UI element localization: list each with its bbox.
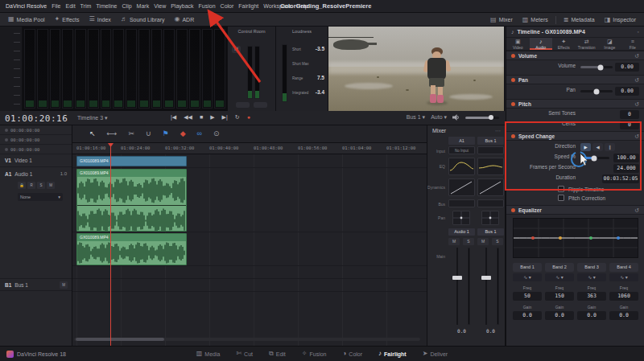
- section-enabled-dot[interactable]: [511, 78, 515, 82]
- section-enabled-dot[interactable]: [511, 102, 515, 106]
- timeline-horizontal-scrollbar[interactable]: [74, 338, 420, 341]
- band-4-button[interactable]: Band 4: [609, 263, 638, 272]
- page-edit[interactable]: ⧉Edit: [269, 351, 286, 357]
- page-color[interactable]: ◑Color: [343, 351, 363, 357]
- cents-value[interactable]: 0: [620, 121, 639, 129]
- section-pitch[interactable]: Pitch ↺: [506, 99, 644, 109]
- input-slot-a1[interactable]: No Input: [448, 146, 475, 154]
- band-2-gain-value[interactable]: 0.0: [545, 311, 574, 320]
- speed-slider[interactable]: [580, 157, 609, 159]
- ripple-timeline-checkbox[interactable]: [558, 186, 564, 192]
- reset-icon[interactable]: ↺: [634, 101, 639, 107]
- menu-mark[interactable]: Mark: [134, 0, 152, 13]
- dynamics-slot-bus1[interactable]: [477, 178, 504, 196]
- menu-view[interactable]: View: [151, 0, 168, 13]
- page-cut[interactable]: ✄Cut: [236, 351, 253, 357]
- band-2-freq-value[interactable]: 150: [545, 292, 574, 301]
- tab-transition[interactable]: ⇄Transition: [576, 38, 599, 50]
- stop-button[interactable]: ■: [198, 114, 204, 121]
- tab-file[interactable]: ≡File: [621, 38, 644, 50]
- adr-button[interactable]: ◉ ADR: [169, 13, 199, 26]
- tab-video[interactable]: ▣Video: [506, 38, 530, 50]
- tab-effects[interactable]: ✦Effects: [552, 38, 576, 50]
- direction-reverse-button[interactable]: ◀: [592, 143, 603, 151]
- bus-sends-slot-bus1[interactable]: [477, 199, 504, 207]
- razor-tool-icon[interactable]: ✂: [126, 129, 137, 137]
- section-enabled-dot[interactable]: [511, 208, 515, 212]
- page-deliver[interactable]: ➤Deliver: [423, 351, 448, 357]
- control-room-mute-button[interactable]: [254, 102, 267, 108]
- media-pool-button[interactable]: ▦ Media Pool: [3, 13, 50, 26]
- band-3-shape-dropdown[interactable]: ∿ ▾: [577, 273, 606, 281]
- pitch-correction-checkbox[interactable]: [558, 195, 564, 201]
- mixer-strip-bus1-header[interactable]: Bus 1: [477, 137, 504, 145]
- direction-forward-button[interactable]: ▶: [580, 143, 591, 151]
- sound-library-button[interactable]: ♬ Sound Library: [116, 13, 170, 26]
- video-clip[interactable]: GX010089.MP4: [76, 156, 187, 166]
- effects-button[interactable]: ✦ Effects: [50, 13, 85, 26]
- mixer-strip-a1-header[interactable]: A1: [448, 137, 475, 145]
- track-arm-button[interactable]: R: [27, 182, 35, 189]
- bus-sends-slot-a1[interactable]: [448, 199, 475, 207]
- metadata-button[interactable]: ≣ Metadata: [559, 13, 600, 27]
- selection-tool-icon[interactable]: ↖: [87, 129, 98, 137]
- menu-color[interactable]: Color: [218, 0, 237, 13]
- reset-icon[interactable]: ↺: [634, 133, 639, 139]
- fps-value[interactable]: 24.000: [613, 164, 639, 173]
- menu-fairlight[interactable]: Fairlight: [236, 0, 261, 13]
- fast-forward-button[interactable]: ▶|: [221, 114, 229, 121]
- flag-icon[interactable]: ⚑: [160, 129, 171, 137]
- band-4-freq-value[interactable]: 1060: [609, 292, 638, 301]
- bus-mute-button[interactable]: M: [60, 281, 68, 289]
- duration-value[interactable]: 00:03:52:05: [602, 174, 639, 183]
- volume-value[interactable]: 0.00: [615, 63, 639, 72]
- mixer-options-icon[interactable]: ⋯: [495, 128, 501, 134]
- section-enabled-dot[interactable]: [511, 54, 515, 58]
- track-solo-button[interactable]: S: [37, 182, 45, 189]
- marker-icon[interactable]: ◆: [178, 129, 188, 137]
- automation-selector[interactable]: Auto ▾: [431, 114, 447, 121]
- menu-file[interactable]: File: [49, 0, 63, 13]
- go-to-start-button[interactable]: |◀: [169, 114, 178, 121]
- mute-button-bus1[interactable]: M: [477, 238, 489, 245]
- timeline-ruler[interactable]: 01:00:16:00 01:00:24:00 01:00:32:00 01:0…: [72, 143, 427, 154]
- tab-image[interactable]: ◪Image: [598, 38, 621, 50]
- eq-slot-bus1[interactable]: [477, 158, 504, 175]
- pan-control-a1[interactable]: [452, 211, 470, 225]
- solo-button-bus1[interactable]: S: [492, 238, 503, 245]
- mute-button-a1[interactable]: M: [448, 238, 460, 245]
- rewind-button[interactable]: ◀◀: [182, 114, 194, 121]
- snapping-icon[interactable]: ∪: [143, 129, 154, 137]
- menu-timeline[interactable]: Timeline: [93, 0, 119, 13]
- dynamics-slot-a1[interactable]: [448, 178, 475, 196]
- band-1-gain-value[interactable]: 0.0: [513, 311, 542, 320]
- inspector-button[interactable]: ◨ Inspector: [600, 13, 641, 27]
- playhead[interactable]: [110, 143, 111, 346]
- band-1-shape-dropdown[interactable]: ∿ ▾: [513, 273, 542, 281]
- audio-clip-2[interactable]: GX010089.MP4: [76, 233, 187, 265]
- pan-control-bus1[interactable]: [481, 211, 499, 225]
- reset-icon[interactable]: ↺: [634, 77, 639, 83]
- record-button[interactable]: ●: [246, 114, 252, 121]
- band-2-button[interactable]: Band 2: [545, 263, 574, 272]
- solo-button-a1[interactable]: S: [463, 238, 474, 245]
- speed-value[interactable]: 100.00: [613, 154, 639, 162]
- section-speed-change[interactable]: Speed Change ↺: [506, 131, 644, 141]
- track-input-dropdown[interactable]: None▾: [18, 193, 63, 201]
- loop-button[interactable]: ↻: [233, 114, 242, 121]
- volume-automation-line[interactable]: [77, 205, 186, 206]
- page-fairlight[interactable]: ♪Fairlight: [378, 351, 407, 357]
- volume-slider[interactable]: [580, 66, 613, 68]
- reset-icon[interactable]: ↺: [634, 53, 639, 59]
- menu-app[interactable]: DaVinci Resolve: [3, 0, 49, 13]
- pan-slider[interactable]: [580, 90, 613, 92]
- bus-selector[interactable]: Bus 1 ▾: [407, 114, 425, 121]
- timeline-tracks[interactable]: GX010089.MP4 GX010089.MP4 GX010089.MP4: [72, 154, 427, 346]
- section-enabled-dot[interactable]: [511, 134, 515, 138]
- track-mute-button[interactable]: M: [47, 182, 55, 189]
- band-3-freq-value[interactable]: 363: [577, 292, 606, 301]
- range-tool-icon[interactable]: ⟷: [105, 129, 120, 137]
- band-4-shape-dropdown[interactable]: ∿ ▾: [609, 273, 638, 281]
- band-3-gain-value[interactable]: 0.0: [577, 311, 606, 320]
- pan-value[interactable]: 0.00: [615, 87, 639, 96]
